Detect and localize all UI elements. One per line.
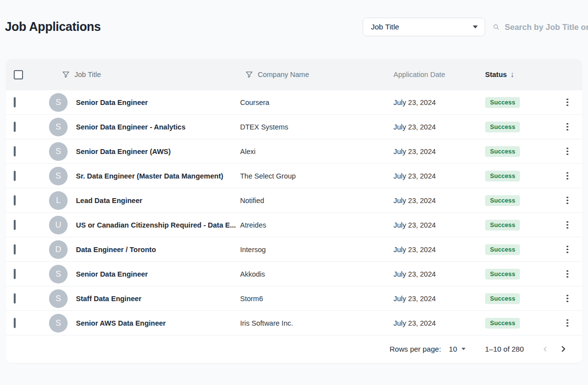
- status-badge: Success: [485, 318, 520, 329]
- status-badge: Success: [485, 220, 520, 231]
- rows-per-page-value: 10: [449, 345, 457, 353]
- filter-field-value: Job Title: [371, 23, 399, 31]
- table-row: S Senior Data Engineer - Analytics DTEX …: [6, 115, 582, 139]
- job-title-text: Data Engineer / Toronto: [76, 246, 156, 254]
- select-all-checkbox[interactable]: [14, 70, 23, 79]
- row-checkbox[interactable]: [14, 269, 16, 279]
- pagination-range: 1–10 of 280: [485, 345, 524, 353]
- job-title-text: Staff Data Engineer: [76, 295, 142, 303]
- row-checkbox[interactable]: [14, 171, 16, 181]
- kebab-icon: [566, 123, 568, 125]
- row-actions-menu-button[interactable]: [563, 145, 572, 158]
- job-title-text: Senior Data Engineer: [76, 99, 148, 106]
- row-actions-menu-button[interactable]: [563, 316, 572, 330]
- application-date-text: July 23, 2024: [387, 246, 479, 254]
- table-row: S Senior Data Engineer Akkodis July 23, …: [6, 262, 582, 286]
- avatar: S: [49, 118, 68, 136]
- job-title-text: Senior AWS Data Engineer: [76, 319, 166, 327]
- table-row: L Lead Data Engineer Notified July 23, 2…: [6, 188, 582, 213]
- application-date-text: July 23, 2024: [387, 197, 479, 205]
- status-badge: Success: [485, 293, 520, 304]
- table-row: S Senior Data Engineer (AWS) Alexi July …: [6, 139, 582, 164]
- avatar: U: [49, 216, 68, 234]
- row-actions-menu-button[interactable]: [563, 243, 572, 257]
- avatar: D: [49, 240, 68, 259]
- kebab-icon: [566, 148, 568, 150]
- job-applications-table: Job Title Company Name Application Date …: [6, 59, 582, 363]
- company-name-text: Intersog: [240, 246, 387, 254]
- rows-per-page-label: Rows per page:: [390, 345, 441, 353]
- kebab-icon: [566, 172, 568, 174]
- company-name-text: Alexi: [240, 148, 387, 155]
- column-header-company-name[interactable]: Company Name: [258, 71, 309, 78]
- search-input[interactable]: [505, 23, 588, 32]
- row-checkbox[interactable]: [14, 146, 16, 156]
- sort-descending-icon[interactable]: ↓: [510, 70, 514, 79]
- row-actions-menu-button[interactable]: [563, 218, 572, 232]
- kebab-icon: [566, 319, 568, 321]
- next-page-button[interactable]: [556, 343, 570, 355]
- chevron-left-icon: [541, 345, 549, 353]
- company-name-text: Notified: [240, 197, 387, 205]
- row-checkbox[interactable]: [14, 220, 16, 230]
- company-name-text: Akkodis: [240, 270, 387, 278]
- row-checkbox[interactable]: [14, 122, 16, 132]
- filter-field-dropdown[interactable]: Job Title: [363, 18, 485, 36]
- avatar: S: [49, 167, 68, 185]
- filter-icon[interactable]: [245, 71, 253, 78]
- application-date-text: July 23, 2024: [387, 99, 479, 106]
- filter-icon[interactable]: [62, 71, 70, 78]
- row-checkbox[interactable]: [14, 195, 16, 205]
- rows-per-page-select[interactable]: 10: [449, 345, 466, 353]
- row-checkbox[interactable]: [14, 244, 16, 255]
- table-row: S Sr. Data Engineer (Master Data Mangeme…: [6, 164, 582, 188]
- row-actions-menu-button[interactable]: [563, 267, 572, 281]
- column-header-status[interactable]: Status: [485, 71, 507, 78]
- application-date-text: July 23, 2024: [387, 319, 479, 327]
- kebab-icon: [566, 295, 568, 297]
- company-name-text: DTEX Systems: [240, 123, 387, 131]
- application-date-text: July 23, 2024: [387, 295, 479, 303]
- row-checkbox[interactable]: [14, 97, 16, 107]
- application-date-text: July 23, 2024: [387, 172, 479, 180]
- search-box: [493, 18, 588, 36]
- table-footer: Rows per page: 10 1–10 of 280: [6, 335, 582, 362]
- status-badge: Success: [485, 171, 520, 181]
- status-badge: Success: [485, 269, 520, 280]
- column-header-application-date[interactable]: Application Date: [393, 71, 445, 78]
- kebab-icon: [566, 221, 568, 223]
- avatar: S: [49, 314, 68, 333]
- kebab-icon: [566, 270, 568, 272]
- row-checkbox[interactable]: [14, 293, 16, 304]
- row-checkbox[interactable]: [14, 318, 16, 328]
- row-actions-menu-button[interactable]: [563, 96, 572, 109]
- job-title-text: Senior Data Engineer - Analytics: [76, 123, 185, 131]
- status-badge: Success: [485, 244, 520, 255]
- row-actions-menu-button[interactable]: [563, 169, 572, 183]
- job-title-text: Senior Data Engineer (AWS): [76, 148, 171, 155]
- application-date-text: July 23, 2024: [387, 270, 479, 278]
- job-title-text: Senior Data Engineer: [76, 270, 148, 278]
- page-title: Job Applications: [5, 20, 101, 34]
- row-actions-menu-button[interactable]: [563, 194, 572, 207]
- avatar: S: [49, 289, 68, 308]
- avatar: S: [49, 265, 68, 283]
- company-name-text: Iris Software Inc.: [240, 319, 387, 327]
- row-actions-menu-button[interactable]: [563, 120, 572, 134]
- top-bar: Job Applications Job Title: [0, 0, 588, 59]
- status-badge: Success: [485, 97, 520, 108]
- table-header-row: Job Title Company Name Application Date …: [6, 59, 582, 90]
- status-badge: Success: [485, 195, 520, 206]
- table-row: U US or Canadian Citizenship Required - …: [6, 213, 582, 237]
- previous-page-button[interactable]: [539, 343, 552, 355]
- company-name-text: Atreides: [240, 221, 387, 229]
- job-title-text: Lead Data Engineer: [76, 197, 142, 205]
- column-header-job-title[interactable]: Job Title: [74, 71, 101, 78]
- avatar: S: [49, 142, 68, 161]
- kebab-icon: [566, 246, 568, 248]
- job-title-text: Sr. Data Engineer (Master Data Mangement…: [76, 172, 223, 180]
- company-name-text: Storm6: [240, 295, 387, 303]
- table-row: S Senior AWS Data Engineer Iris Software…: [6, 311, 582, 335]
- row-actions-menu-button[interactable]: [563, 292, 572, 306]
- kebab-icon: [566, 197, 568, 199]
